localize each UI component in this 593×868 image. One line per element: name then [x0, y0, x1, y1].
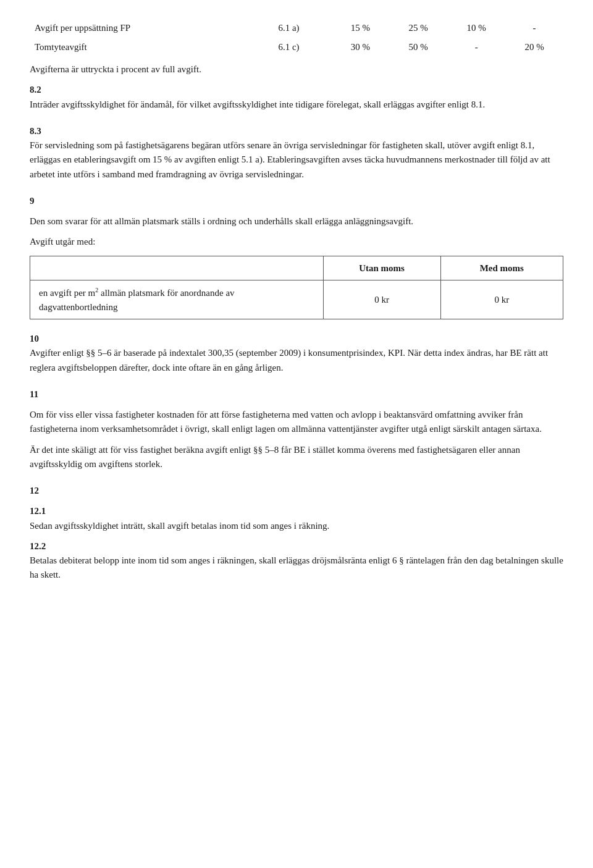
section-body: Avgifter enligt §§ 5–6 är baserade på in… — [30, 348, 548, 372]
row-label-text: en avgift per m — [39, 288, 95, 298]
section-text: 8.3 För servisledning som på fastighetsä… — [30, 124, 563, 182]
row-label: Tomtyteavgift — [30, 38, 273, 57]
row-pct4: 20 % — [505, 38, 563, 57]
intro-table-section: Avgift per uppsättning FP 6.1 a) 15 % 25… — [30, 19, 563, 77]
row-label: Avgift per uppsättning FP — [30, 19, 273, 38]
row-pct3: 10 % — [447, 19, 505, 38]
section-body-1: Den som svarar för att allmän platsmark … — [30, 214, 563, 229]
intro-note: Avgifterna är uttryckta i procent av ful… — [30, 62, 563, 77]
fee-table-wrapper: Utan moms Med moms en avgift per m2 allm… — [30, 256, 563, 320]
section-body-2: Är det inte skäligt att för viss fastigh… — [30, 443, 563, 472]
row-value-utan: 0 kr — [323, 280, 440, 319]
section-body-2: Avgift utgår med: — [30, 235, 563, 249]
col-header-utan-moms: Utan moms — [323, 256, 440, 280]
section-8-3: 8.3 För servisledning som på fastighetsä… — [30, 124, 563, 182]
row-pct1: 15 % — [331, 19, 389, 38]
section-text: 10 Avgifter enligt §§ 5–6 är baserade på… — [30, 332, 563, 375]
col-header-empty — [30, 256, 324, 280]
row-value-med: 0 kr — [440, 280, 563, 319]
section-10: 10 Avgifter enligt §§ 5–6 är baserade på… — [30, 332, 563, 375]
section-12: 12 12.1 Sedan avgiftsskyldighet inträtt,… — [30, 484, 563, 583]
section-header: 11 — [30, 387, 563, 402]
table-row: Tomtyteavgift 6.1 c) 30 % 50 % - 20 % — [30, 38, 563, 57]
row-ref: 6.1 c) — [273, 38, 331, 57]
section-header: 9 — [30, 194, 563, 208]
sub-section-number: 12.2 — [30, 541, 46, 551]
section-8-2: 8.2 Inträder avgiftsskyldighet för ändam… — [30, 83, 563, 112]
section-11: 11 Om för viss eller vissa fastigheter k… — [30, 387, 563, 471]
row-pct3: - — [447, 38, 505, 57]
section-body-1: Om för viss eller vissa fastigheter kost… — [30, 408, 563, 437]
section-body: Inträder avgiftsskyldighet för ändamål, … — [30, 99, 485, 109]
row-pct2: 50 % — [389, 38, 447, 57]
section-9: 9 Den som svarar för att allmän platsmar… — [30, 194, 563, 319]
section-number: 11 — [30, 389, 38, 399]
section-number: 9 — [30, 196, 35, 206]
section-body: För servisledning som på fastighetsägare… — [30, 140, 550, 179]
section-text: 8.2 Inträder avgiftsskyldighet för ändam… — [30, 83, 563, 112]
col-header-med-moms: Med moms — [440, 256, 563, 280]
section-header: 12 — [30, 484, 563, 498]
fee-overview-table: Avgift per uppsättning FP 6.1 a) 15 % 25… — [30, 19, 563, 56]
row-pct4: - — [505, 19, 563, 38]
section-12-2: 12.2 Betalas debiterat belopp inte inom … — [30, 539, 563, 583]
row-pct2: 25 % — [389, 19, 447, 38]
sub-section-number: 12.1 — [30, 506, 46, 516]
table-row: Avgift per uppsättning FP 6.1 a) 15 % 25… — [30, 19, 563, 38]
sub-section-body: Betalas debiterat belopp inte inom tid s… — [30, 555, 563, 579]
section-12-1: 12.1 Sedan avgiftsskyldighet inträtt, sk… — [30, 504, 563, 533]
section-number: 12 — [30, 486, 39, 495]
section-number: 8.3 — [30, 126, 41, 136]
section-number: 10 — [30, 334, 39, 343]
row-pct1: 30 % — [331, 38, 389, 57]
sub-section-body: Sedan avgiftsskyldighet inträtt, skall a… — [30, 521, 329, 531]
table-row: en avgift per m2 allmän platsmark för an… — [30, 280, 563, 319]
row-label: en avgift per m2 allmän platsmark för an… — [30, 280, 324, 319]
section-number: 8.2 — [30, 85, 41, 95]
row-ref: 6.1 a) — [273, 19, 331, 38]
fee-table: Utan moms Med moms en avgift per m2 allm… — [30, 256, 563, 320]
table-header-row: Utan moms Med moms — [30, 256, 563, 280]
